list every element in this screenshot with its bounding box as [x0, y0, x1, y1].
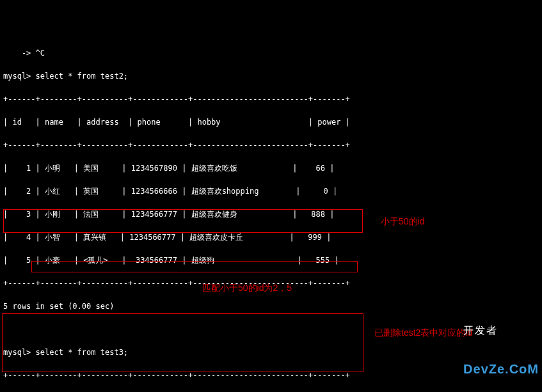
sql-query: select * from test3;: [31, 348, 128, 357]
query-line-1: mysql> select * from test2;: [3, 70, 539, 82]
table-border: +------+--------+----------+------------…: [3, 139, 539, 151]
watermark: 开发者 DevZe.CoM: [463, 300, 539, 389]
watermark-line1: 开发者: [463, 324, 539, 336]
mysql-prompt: mysql>: [3, 348, 31, 357]
annotation-label-1: 小于50的id: [381, 215, 424, 228]
annotation-label-3: 已删除test2表中对应的id: [374, 326, 472, 340]
table-row: | 4 | 小智 | 真兴镇 | 1234566777 | 超级喜欢皮卡丘 | …: [3, 231, 539, 243]
table-row: | 3 | 小刚 | 法国 | 1234566777 | 超级喜欢健身 | 88…: [3, 208, 539, 220]
interrupt-line: -> ^C: [3, 47, 539, 59]
table-header: | id | name | address | phone | hobby | …: [3, 116, 539, 128]
query-line-2: mysql> select * from test3;: [3, 347, 539, 358]
sql-query: select * from test2;: [31, 72, 128, 81]
table-border: +------+--------+----------+------------…: [3, 93, 539, 105]
table-row: | 2 | 小红 | 英国 | 1234566666 | 超级喜欢shoppin…: [3, 185, 539, 197]
table-row: | 1 | 小明 | 美国 | 1234567890 | 超级喜欢吃饭 | 66…: [3, 162, 539, 174]
highlight-box-result-table: [2, 313, 363, 372]
annotation-label-2: 匹配小于50的id为2，5: [202, 281, 292, 295]
table-row: | 5 | 小豪 | <孤儿> | 334566777 | 超级狗 | 555 …: [3, 255, 539, 266]
watermark-line2: DevZe.CoM: [463, 361, 539, 377]
mysql-prompt: mysql>: [3, 72, 31, 81]
table-border: +------+--------+----------+------------…: [3, 370, 539, 381]
rows-count: 5 rows in set (0.00 sec): [3, 301, 539, 312]
